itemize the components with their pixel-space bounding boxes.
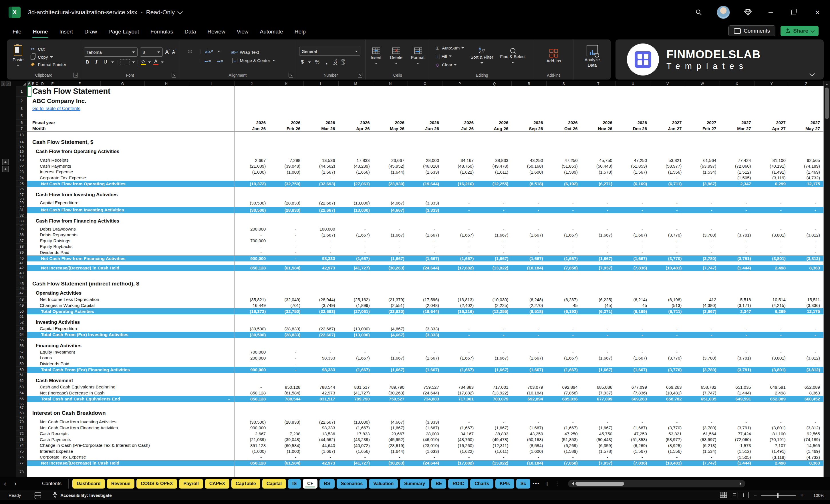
- cell-Y23[interactable]: (1,491): [755, 169, 789, 175]
- cell-V58[interactable]: (3,770): [650, 355, 685, 361]
- cell-N36[interactable]: (1,667): [373, 232, 408, 238]
- cell-J77[interactable]: 850,128: [234, 460, 269, 466]
- cell-S19[interactable]: 47,250: [547, 157, 581, 163]
- cell-J39[interactable]: -: [234, 250, 269, 256]
- cell-V35[interactable]: -: [650, 226, 685, 232]
- cell-R24[interactable]: -: [512, 175, 546, 181]
- cell-R31[interactable]: -: [512, 207, 546, 213]
- cell-N65[interactable]: 759,527: [373, 396, 408, 402]
- cell-V7[interactable]: Jan-27: [650, 126, 685, 132]
- cell-Z19[interactable]: 92,565: [789, 157, 824, 163]
- cell-K37[interactable]: -: [269, 238, 304, 244]
- cell-R39[interactable]: -: [512, 250, 546, 256]
- number-dialog-launcher[interactable]: ↘: [358, 73, 362, 77]
- orientation-button[interactable]: ab↗: [203, 48, 215, 55]
- cell-M54[interactable]: (13,000): [339, 332, 373, 338]
- cell-M70[interactable]: (13,000): [339, 419, 373, 425]
- cell-N57[interactable]: -: [373, 349, 408, 355]
- cell-X29[interactable]: -: [720, 200, 754, 206]
- column-header-B[interactable]: B: [31, 81, 35, 86]
- cell-R64[interactable]: (10,184): [512, 390, 546, 396]
- cell-S60[interactable]: (1,667): [547, 367, 581, 373]
- cell-K24[interactable]: -: [269, 175, 304, 181]
- page-break-view-button[interactable]: [742, 492, 749, 498]
- cell-R65[interactable]: 692,894: [512, 396, 546, 402]
- cell-N49[interactable]: (2,551): [373, 303, 408, 309]
- menu-item-automate[interactable]: Automate: [255, 26, 287, 37]
- analyze-data-button[interactable]: Analyze Data: [578, 45, 607, 68]
- cell-X50[interactable]: 2,347: [720, 308, 754, 314]
- cell-Q40[interactable]: (1,667): [477, 255, 512, 261]
- row-number-29[interactable]: 29: [16, 200, 27, 206]
- cell-X38[interactable]: -: [720, 244, 754, 250]
- cell-N54[interactable]: (4,667): [373, 332, 408, 338]
- cell-Z65[interactable]: 660,452: [789, 396, 824, 402]
- zoom-in-button[interactable]: +: [800, 492, 804, 499]
- cell-N53[interactable]: (4,667): [373, 326, 408, 332]
- underline-button[interactable]: U: [101, 59, 109, 65]
- cell-W23[interactable]: (1,534): [685, 169, 720, 175]
- cell-U63[interactable]: 677,099: [616, 384, 650, 390]
- format-cells-button[interactable]: ▬ Format: [409, 47, 427, 65]
- cell-Q23[interactable]: (1,611): [477, 169, 512, 175]
- cell-Y24[interactable]: (3,119): [755, 175, 789, 181]
- cell-X73[interactable]: (72,060): [720, 437, 754, 443]
- column-header-X[interactable]: X: [720, 81, 755, 86]
- cell-O19[interactable]: 28,000: [408, 157, 443, 163]
- cell-Z63[interactable]: 652,089: [789, 384, 824, 390]
- cell-N48[interactable]: (21,379): [373, 296, 408, 303]
- cell-N23[interactable]: (1,644): [373, 169, 408, 175]
- cell-M76[interactable]: -: [339, 454, 373, 460]
- cell-M6[interactable]: 2026: [339, 120, 373, 126]
- cell-X35[interactable]: -: [720, 226, 754, 232]
- cell-W29[interactable]: -: [685, 200, 720, 206]
- cell-T65[interactable]: 677,099: [581, 396, 616, 402]
- column-header-J[interactable]: J: [234, 81, 269, 86]
- cell-T58[interactable]: (1,667): [581, 355, 616, 361]
- cell-Z38[interactable]: -: [789, 244, 824, 250]
- cell-T36[interactable]: (1,667): [581, 232, 616, 238]
- cell-Z25[interactable]: 12,175: [789, 181, 824, 187]
- cell-V71[interactable]: (3,770): [650, 425, 685, 431]
- cell-X76[interactable]: (1,505): [720, 454, 754, 460]
- sheet-tab-capital[interactable]: Capital: [262, 479, 286, 489]
- cell-Z64[interactable]: 8,363: [789, 390, 824, 396]
- row-number-5[interactable]: 5: [16, 112, 27, 120]
- row-number-13[interactable]: 13: [16, 132, 27, 138]
- cell-X59[interactable]: -: [720, 361, 754, 367]
- menu-item-data[interactable]: Data: [180, 26, 200, 37]
- cell-R40[interactable]: (1,667): [512, 255, 546, 261]
- cell-J74[interactable]: 851,128: [234, 442, 269, 448]
- cell-M38[interactable]: -: [339, 244, 373, 250]
- cell-V29[interactable]: -: [650, 200, 685, 206]
- cell-O63[interactable]: 759,527: [408, 384, 443, 390]
- cell-Y35[interactable]: -: [755, 226, 789, 232]
- cell-O29[interactable]: (3,333): [408, 200, 443, 206]
- cell-K74[interactable]: (60,584): [269, 442, 304, 448]
- column-header-G[interactable]: G: [101, 81, 145, 86]
- cell-T35[interactable]: -: [581, 226, 616, 232]
- cell-Z37[interactable]: -: [789, 238, 824, 244]
- cell-S72[interactable]: 47,250: [547, 431, 581, 437]
- cell-P39[interactable]: -: [443, 250, 477, 256]
- cell-S57[interactable]: -: [547, 349, 581, 355]
- cell-S70[interactable]: -: [547, 419, 581, 425]
- cell-Z74[interactable]: 14,565: [789, 442, 824, 448]
- cell-P59[interactable]: -: [443, 361, 477, 367]
- horizontal-scrollbar[interactable]: [568, 480, 745, 487]
- cell-K73[interactable]: (39,048): [269, 437, 304, 443]
- cell-N24[interactable]: -: [373, 175, 408, 181]
- cell-N58[interactable]: (1,667): [373, 355, 408, 361]
- cell-L42[interactable]: 42,973: [304, 265, 338, 271]
- cell-K29[interactable]: (28,833): [269, 200, 304, 206]
- fill-button[interactable]: ↓Fill: [433, 53, 466, 60]
- cell-R76[interactable]: -: [512, 454, 546, 460]
- row-number-63[interactable]: 63: [16, 384, 27, 390]
- italic-button[interactable]: I: [94, 59, 99, 65]
- row-number-77[interactable]: 77: [16, 460, 27, 466]
- vertical-scrollbar-thumb[interactable]: [825, 88, 829, 119]
- column-header-P[interactable]: P: [443, 81, 477, 86]
- row-number-45[interactable]: 45: [16, 280, 27, 287]
- cell-N38[interactable]: -: [373, 244, 408, 250]
- cell-L24[interactable]: -: [304, 175, 338, 181]
